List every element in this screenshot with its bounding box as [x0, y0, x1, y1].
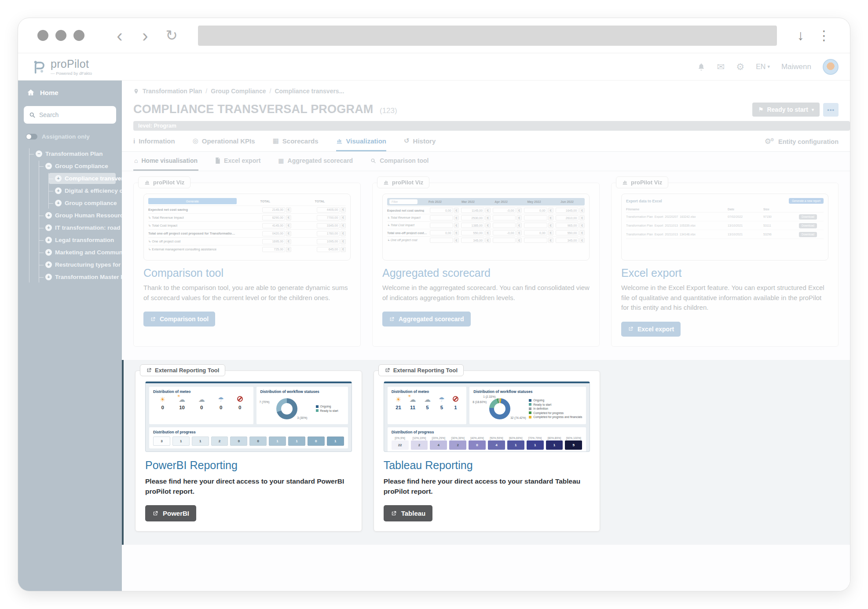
language-label: EN — [756, 63, 765, 71]
cloud-icon: ☁ — [198, 396, 205, 404]
search-input[interactable] — [39, 111, 119, 118]
chart-icon — [336, 138, 343, 144]
breadcrumb-item[interactable]: Transformation Plan — [143, 88, 202, 95]
subtab-home-visualisation[interactable]: ⌂ Home visualisation — [133, 152, 198, 171]
tree-item-label: Marketing and Communicati... — [55, 249, 122, 256]
sidebar-item-home[interactable]: Home — [18, 81, 122, 103]
expand-icon[interactable]: + — [45, 261, 52, 268]
location-pin-icon — [133, 88, 139, 94]
tree-item-label: Group Compliance — [55, 163, 108, 169]
powerbi-button[interactable]: PowerBI — [145, 505, 196, 521]
collapse-icon[interactable]: − — [45, 163, 52, 169]
external-link-icon — [150, 316, 156, 322]
language-selector[interactable]: EN ▾ — [756, 63, 770, 71]
entity-configuration-button[interactable]: ⚙⚙ Entity configuration — [765, 137, 839, 151]
external-link-icon — [146, 367, 152, 373]
card-title: Tableau Reporting — [384, 459, 590, 472]
mail-icon[interactable]: ✉ — [717, 62, 725, 71]
traffic-lights — [37, 30, 84, 41]
excel-export-button[interactable]: Excel export — [621, 322, 681, 337]
tree-item[interactable]: + IT transformation: road to 2024 — [39, 222, 119, 233]
tree-item[interactable]: + Transformation Master Plan -... — [39, 271, 119, 282]
more-actions-button[interactable]: ••• — [823, 103, 839, 117]
expand-icon[interactable]: + — [45, 249, 52, 256]
aggregated-scorecard-button[interactable]: Aggregated scorecard — [382, 312, 471, 327]
preview-row: ↳ External management consulting assista… — [148, 245, 346, 253]
username-label[interactable]: Maiwenn — [781, 62, 811, 71]
kebab-menu-icon[interactable]: ⋮ — [817, 28, 831, 43]
subtab-comparison-tool[interactable]: Comparison tool — [370, 152, 429, 171]
app-tagline: — Powered by dFakto — [51, 71, 92, 76]
bell-icon[interactable] — [697, 62, 706, 71]
card-title: PowerBI Reporting — [145, 459, 352, 472]
traffic-light-icon — [37, 30, 48, 41]
subtab-label: Home visualisation — [141, 157, 198, 164]
external-link-icon — [385, 367, 390, 373]
card-title: Comparison tool — [143, 267, 351, 279]
expand-icon[interactable]: + — [45, 212, 52, 219]
badge-label: External Reporting Tool — [393, 367, 458, 374]
tree-item[interactable]: − Transformation Plan — [29, 148, 119, 159]
breadcrumb-item[interactable]: Group Compliance — [211, 88, 266, 95]
tree-item-selected[interactable]: + Compliance transversal pr... — [49, 173, 116, 184]
expand-icon[interactable]: + — [55, 175, 62, 182]
tree-item[interactable]: − Group Compliance — [39, 161, 119, 172]
assignation-toggle[interactable] — [26, 134, 37, 139]
breadcrumb-separator: / — [269, 88, 271, 95]
tab-operational-kpis[interactable]: ◎ Operational KPIs — [193, 137, 255, 151]
tree-item[interactable]: + Restructuring types for firms — [39, 259, 119, 270]
tableau-button[interactable]: Tableau — [384, 505, 433, 521]
reload-icon[interactable]: ↻ — [162, 27, 181, 44]
tree-item[interactable]: + Group compliance — [49, 198, 119, 209]
preview-col: TOTAL — [239, 200, 291, 203]
preview-filter-input: Filter — [389, 199, 418, 204]
app-logo[interactable]: proPilot — Powered by dFakto — [30, 58, 92, 76]
preview-row: Transformation Plan_Export_20211013_1053… — [626, 221, 824, 230]
tab-label: Operational KPIs — [202, 137, 255, 145]
subtab-aggregated-scorecard[interactable]: ▦ Aggregated scorecard — [277, 152, 354, 171]
collapse-icon[interactable]: − — [36, 150, 42, 157]
card-description: Please find here your direct access to y… — [384, 476, 590, 497]
home-icon — [27, 88, 35, 96]
tree-item[interactable]: + Group Human Ressources — [39, 210, 119, 221]
tab-history[interactable]: ↺ History — [404, 137, 436, 151]
gear-icon[interactable]: ⚙ — [736, 62, 744, 71]
preview-row: ↳ Total Revenue Impact € 2530,00€ € € 26… — [387, 214, 585, 221]
expand-icon[interactable]: + — [45, 224, 52, 231]
card-powerbi-reporting: External Reporting Tool Distribution of … — [135, 371, 362, 532]
back-icon[interactable]: ‹ — [111, 27, 128, 44]
expand-icon[interactable]: + — [45, 274, 52, 280]
browser-window: ‹ › ↻ ↓ ⋮ proPilot — Powered by dFakto — [18, 18, 850, 591]
tab-label: Information — [139, 137, 175, 145]
rain-icon: ☂ — [439, 396, 444, 404]
forward-icon[interactable]: › — [136, 27, 154, 44]
download-button: Download — [799, 232, 817, 237]
tree-item[interactable]: + Marketing and Communicati... — [39, 247, 119, 258]
button-label: PowerBI — [163, 510, 189, 517]
avatar[interactable] — [823, 59, 839, 75]
expand-icon[interactable]: + — [55, 200, 62, 206]
status-dropdown-button[interactable]: ⚑ Ready to start ▾ — [752, 103, 820, 117]
breadcrumb-item[interactable]: Compliance transvers... — [275, 88, 344, 95]
flag-icon: ⚑ — [758, 106, 764, 113]
tab-visualization[interactable]: Visualization — [336, 137, 386, 151]
tree-item[interactable]: + Digital & efficiency compl... — [49, 185, 119, 196]
tree-item[interactable]: + Legal transformation — [39, 235, 119, 246]
subtab-excel-export[interactable]: Excel export — [214, 152, 261, 171]
address-bar[interactable] — [198, 26, 777, 46]
aggregated-preview: Filter Feb 2022 Mar 2022 Apr 2022 May 20… — [382, 194, 590, 260]
expand-icon[interactable]: + — [45, 237, 52, 243]
tab-scorecards[interactable]: ▦ Scorecards — [273, 137, 319, 151]
expand-icon[interactable]: + — [55, 187, 62, 194]
card-description: Please find here your direct access to y… — [145, 476, 352, 497]
external-link-icon — [389, 316, 395, 322]
preview-row: ↳ Total Revenue Impact 6290,00€ 7700,00€ — [148, 213, 346, 221]
entity-tree: − Transformation Plan − Group Compliance… — [18, 143, 122, 288]
external-reporting-band: External Reporting Tool Distribution of … — [122, 360, 850, 545]
card-aggregated-scorecard: proPilot Viz Filter Feb 2022 Mar 2022 Ap… — [372, 183, 600, 347]
propilot-viz-badge: proPilot Viz — [616, 176, 668, 188]
tab-information[interactable]: i Information — [133, 137, 175, 151]
download-icon[interactable]: ↓ — [797, 27, 804, 44]
comparison-tool-button[interactable]: Comparison tool — [143, 312, 215, 327]
button-label: Comparison tool — [160, 316, 209, 323]
